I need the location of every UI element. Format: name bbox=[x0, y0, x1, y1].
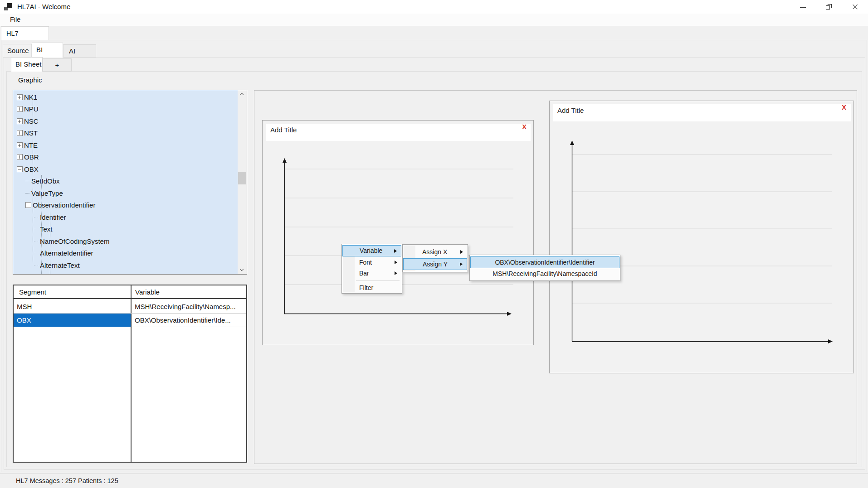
tree-connector bbox=[34, 241, 38, 242]
tab-source-bi[interactable]: BI bbox=[32, 43, 63, 58]
tab-add-sheet[interactable]: + bbox=[43, 58, 72, 72]
tree-item-npu[interactable]: NPU bbox=[13, 103, 238, 116]
collapse-minus-icon[interactable] bbox=[25, 202, 31, 208]
tree-item-nameofalternatecodingsystem[interactable]: NameOfAlternateCodingSystem bbox=[13, 271, 238, 275]
table-row-msh[interactable]: MSH MSH\ReceivingFacility\Namesp... bbox=[14, 300, 246, 314]
tree-item-text[interactable]: Text bbox=[13, 223, 238, 236]
menu-item-variable[interactable]: Variable bbox=[342, 245, 401, 256]
close-icon bbox=[852, 4, 858, 10]
minimize-icon bbox=[800, 7, 806, 8]
expand-plus-icon[interactable] bbox=[17, 106, 23, 112]
tree-item-alternateidentifier[interactable]: AlternateIdentifier bbox=[13, 247, 238, 260]
tree-item-nsc[interactable]: NSC bbox=[13, 115, 238, 127]
expand-plus-icon[interactable] bbox=[17, 94, 23, 100]
tree-connector bbox=[25, 181, 29, 181]
menu-item-bar[interactable]: Bar bbox=[342, 268, 401, 279]
status-counts: HL7 Messages : 257 Patients : 125 bbox=[16, 474, 118, 488]
window-title: HL7AI - Welcome bbox=[17, 0, 70, 14]
menu-item-assign-y[interactable]: Assign Y bbox=[403, 258, 467, 270]
tree-item-alternatetext[interactable]: AlternateText bbox=[13, 259, 238, 271]
tree-connector bbox=[25, 193, 29, 193]
source-label: Source bbox=[3, 44, 32, 58]
scrollbar-thumb[interactable] bbox=[238, 172, 246, 184]
tree-item-nameofcodingsystem[interactable]: NameOfCodingSystem bbox=[13, 235, 238, 247]
context-menu: Variable Font Bar Filter bbox=[341, 244, 402, 294]
scroll-up-icon[interactable] bbox=[240, 92, 244, 96]
tree-connector bbox=[34, 253, 38, 253]
menu-item-msh-namespaceid[interactable]: MSH\ReceivingFacility\NamespaceId bbox=[470, 268, 619, 280]
tree-connector bbox=[34, 217, 38, 217]
maximize-button[interactable] bbox=[819, 0, 839, 14]
submenu-arrow-icon bbox=[395, 261, 397, 264]
tree-connector bbox=[34, 229, 38, 229]
tab-hl7-messages[interactable]: HL7 Messages bbox=[1, 26, 49, 40]
title-bar: HL7AI - Welcome bbox=[0, 0, 868, 14]
tree-scrollbar[interactable] bbox=[238, 90, 247, 274]
tree-item-nk1[interactable]: NK1 bbox=[13, 91, 238, 103]
chart2-axes bbox=[550, 101, 854, 374]
submenu-arrow-icon bbox=[394, 249, 397, 253]
tab-source-ai[interactable]: AI bbox=[63, 44, 96, 58]
chart-panel-2: Add Title X bbox=[549, 101, 854, 373]
submenu-arrow-icon bbox=[460, 250, 463, 254]
expand-plus-icon[interactable] bbox=[17, 130, 23, 136]
status-bar: HL7 Messages : 257 Patients : 125 bbox=[0, 474, 868, 488]
graphic-label: Graphic bbox=[18, 75, 42, 86]
app-icon bbox=[4, 3, 13, 11]
menu-item-font[interactable]: Font bbox=[342, 257, 401, 268]
tree-item-setidobx[interactable]: SetIdObx bbox=[13, 175, 238, 188]
menu-item-obx-identifier[interactable]: OBX\ObservationIdentifier\Identifier bbox=[470, 256, 619, 268]
table-header: Segment Variable bbox=[14, 285, 246, 299]
column-header-variable: Variable bbox=[135, 285, 160, 299]
menu-item-filter[interactable]: Filter bbox=[342, 282, 401, 293]
scroll-down-icon[interactable] bbox=[240, 268, 244, 272]
tree-item-observationidentifier[interactable]: ObservationIdentifier bbox=[13, 199, 238, 212]
tree-item-nst[interactable]: NST bbox=[13, 127, 238, 140]
menu-bar: File bbox=[0, 14, 868, 26]
expand-plus-icon[interactable] bbox=[17, 154, 23, 160]
close-button[interactable] bbox=[845, 0, 866, 14]
app-window: HL7AI - Welcome File HL7 Messages Source… bbox=[0, 0, 868, 488]
column-header-segment: Segment bbox=[19, 285, 46, 299]
tab-bi-sheet[interactable]: BI Sheet bbox=[11, 57, 43, 72]
tree-item-obr[interactable]: OBR bbox=[13, 151, 238, 164]
expand-plus-icon[interactable] bbox=[17, 118, 23, 124]
submenu-arrow-icon bbox=[460, 262, 463, 266]
submenu-arrow-icon bbox=[395, 271, 397, 275]
tree-item-obx[interactable]: OBX bbox=[13, 163, 238, 175]
table-row-obx-selected[interactable]: OBX OBX\ObservationIdentifier\Ide... bbox=[14, 314, 246, 327]
tree-item-identifier[interactable]: Identifier bbox=[13, 211, 238, 223]
variable-submenu: OBX\ObservationIdentifier\Identifier MSH… bbox=[469, 255, 620, 281]
menu-file[interactable]: File bbox=[7, 14, 23, 26]
chart-panel-1: Add Title X bbox=[262, 120, 534, 345]
chart1-axes bbox=[263, 121, 534, 346]
variable-mapping-table: Segment Variable MSH MSH\ReceivingFacili… bbox=[13, 285, 247, 463]
menu-separator bbox=[356, 280, 400, 281]
tree-connector bbox=[34, 265, 38, 266]
menu-item-assign-x[interactable]: Assign X bbox=[403, 246, 467, 258]
collapse-minus-icon[interactable] bbox=[17, 166, 23, 172]
tree-item-nte[interactable]: NTE bbox=[13, 139, 238, 151]
segment-tree: NK1 NPU NSC NST NTE OBR OBX SetIdObx Val… bbox=[13, 90, 247, 275]
assign-submenu: Assign X Assign Y bbox=[402, 244, 468, 272]
expand-plus-icon[interactable] bbox=[17, 142, 23, 148]
tree-item-valuetype[interactable]: ValueType bbox=[13, 187, 238, 199]
minimize-button[interactable] bbox=[792, 0, 813, 14]
